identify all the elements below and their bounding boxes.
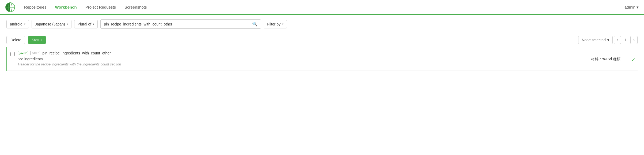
delete-button[interactable]: Delete xyxy=(6,36,25,44)
none-selected-caret: ▾ xyxy=(607,38,609,42)
plural-of-dropdown[interactable]: Plural of ▾ xyxy=(74,20,98,28)
pagination: None selected ▾ ‹ 1 › xyxy=(578,36,638,44)
nav-project-requests[interactable]: Project Requests xyxy=(82,3,120,11)
toolbar: android ▾ Japanese (Japan) ▾ Plural of ▾… xyxy=(0,15,644,33)
filterby-caret: ▾ xyxy=(282,23,283,25)
navbar: Repositories Workbench Project Requests … xyxy=(0,0,644,15)
search-icon: 🔍 xyxy=(252,22,257,26)
translation-description: Header for the recipe ingredients with t… xyxy=(18,62,553,66)
locale-dropdown[interactable]: Japanese (Japan) ▾ xyxy=(32,20,71,28)
row-checkbox[interactable] xyxy=(10,52,15,56)
current-page: 1 xyxy=(622,36,630,44)
filterby-dropdown[interactable]: Filter by ▾ xyxy=(264,20,287,28)
locale-tag: ja-JP xyxy=(18,51,28,55)
source-text: %d ingredients xyxy=(18,57,553,61)
nav-screenshots[interactable]: Screenshots xyxy=(121,3,150,11)
translation-value: 材料：%1$d 種類 xyxy=(556,51,626,62)
search-box: 🔍 xyxy=(100,19,261,29)
approved-checkmark: ✓ xyxy=(629,51,638,63)
search-button[interactable]: 🔍 xyxy=(249,20,261,28)
project-dropdown[interactable]: android ▾ xyxy=(6,20,29,28)
translation-table: ja-JP other pin_recipe_ingredients_with_… xyxy=(0,47,644,71)
plural-of-caret: ▾ xyxy=(93,23,94,25)
app-logo xyxy=(5,2,15,12)
next-page-button[interactable]: › xyxy=(630,36,638,44)
user-menu[interactable]: admin xyxy=(624,5,639,10)
plural-tag: other xyxy=(30,51,40,55)
nav-links: Repositories Workbench Project Requests … xyxy=(20,3,624,11)
table-row: ja-JP other pin_recipe_ingredients_with_… xyxy=(6,47,638,71)
status-button[interactable]: Status xyxy=(28,36,46,44)
action-bar: Delete Status None selected ▾ ‹ 1 › xyxy=(0,33,644,47)
project-dropdown-caret: ▾ xyxy=(24,23,25,25)
translation-key: pin_recipe_ingredients_with_count_other xyxy=(42,51,111,55)
nav-workbench[interactable]: Workbench xyxy=(51,3,80,11)
nav-repositories[interactable]: Repositories xyxy=(20,3,50,11)
row-header: ja-JP other pin_recipe_ingredients_with_… xyxy=(18,51,553,55)
locale-dropdown-caret: ▾ xyxy=(67,23,68,25)
none-selected-dropdown[interactable]: None selected ▾ xyxy=(578,36,613,44)
row-body: ja-JP other pin_recipe_ingredients_with_… xyxy=(18,51,553,66)
search-input[interactable] xyxy=(101,20,249,28)
prev-page-button[interactable]: ‹ xyxy=(614,36,621,44)
